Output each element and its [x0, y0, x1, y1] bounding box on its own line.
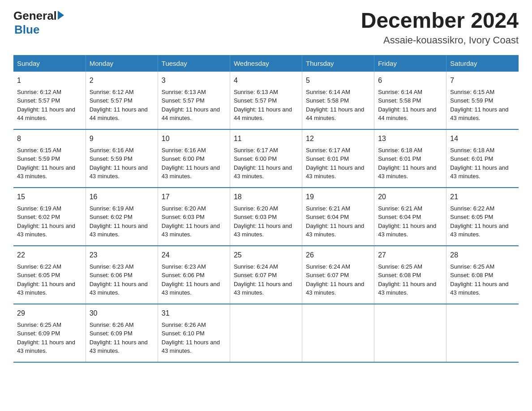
day-number: 19 — [306, 192, 370, 202]
calendar-day-cell: 7Sunrise: 6:15 AMSunset: 5:59 PMDaylight… — [446, 72, 519, 129]
calendar-day-cell: 2Sunrise: 6:12 AMSunset: 5:57 PMDaylight… — [86, 72, 158, 129]
calendar-day-cell: 28Sunrise: 6:25 AMSunset: 6:08 PMDayligh… — [446, 246, 519, 304]
day-info: Sunrise: 6:22 AMSunset: 6:05 PMDaylight:… — [17, 262, 82, 297]
day-info: Sunrise: 6:26 AMSunset: 6:10 PMDaylight:… — [162, 321, 226, 355]
logo-blue-text: Blue — [14, 23, 39, 36]
day-number: 31 — [162, 308, 226, 319]
day-number: 16 — [90, 192, 154, 202]
day-number: 24 — [162, 250, 226, 261]
day-info: Sunrise: 6:17 AMSunset: 6:01 PMDaylight:… — [306, 146, 370, 181]
day-number: 8 — [17, 133, 82, 144]
day-number: 30 — [90, 308, 154, 319]
day-info: Sunrise: 6:15 AMSunset: 5:59 PMDaylight:… — [17, 146, 82, 181]
day-info: Sunrise: 6:13 AMSunset: 5:57 PMDaylight:… — [162, 88, 226, 123]
day-info: Sunrise: 6:13 AMSunset: 5:57 PMDaylight:… — [234, 88, 298, 123]
calendar-day-cell — [374, 304, 446, 362]
day-number: 5 — [306, 75, 370, 86]
day-info: Sunrise: 6:18 AMSunset: 6:01 PMDaylight:… — [450, 146, 515, 181]
weekday-header-cell: Sunday — [13, 55, 86, 72]
day-number: 2 — [90, 75, 154, 86]
logo-arrow-icon — [58, 11, 64, 20]
day-number: 11 — [234, 133, 298, 144]
calendar-week-row: 15Sunrise: 6:19 AMSunset: 6:02 PMDayligh… — [13, 188, 519, 246]
calendar-day-cell: 18Sunrise: 6:20 AMSunset: 6:03 PMDayligh… — [230, 188, 302, 246]
calendar-week-row: 1Sunrise: 6:12 AMSunset: 5:57 PMDaylight… — [13, 72, 519, 129]
calendar-day-cell: 23Sunrise: 6:23 AMSunset: 6:06 PMDayligh… — [86, 246, 158, 304]
calendar-day-cell: 6Sunrise: 6:14 AMSunset: 5:58 PMDaylight… — [374, 72, 446, 129]
day-number: 18 — [234, 192, 298, 202]
title-block: December 2024 Assaie-kouassikro, Ivory C… — [361, 9, 519, 46]
logo: General Blue — [13, 9, 64, 37]
day-info: Sunrise: 6:19 AMSunset: 6:02 PMDaylight:… — [90, 204, 154, 239]
day-info: Sunrise: 6:17 AMSunset: 6:00 PMDaylight:… — [234, 146, 298, 181]
calendar-subtitle: Assaie-kouassikro, Ivory Coast — [361, 34, 519, 46]
day-info: Sunrise: 6:14 AMSunset: 5:58 PMDaylight:… — [378, 88, 442, 123]
day-number: 14 — [450, 133, 515, 144]
day-info: Sunrise: 6:18 AMSunset: 6:01 PMDaylight:… — [378, 146, 442, 181]
day-info: Sunrise: 6:22 AMSunset: 6:05 PMDaylight:… — [450, 204, 515, 239]
day-info: Sunrise: 6:20 AMSunset: 6:03 PMDaylight:… — [162, 204, 226, 239]
calendar-day-cell: 4Sunrise: 6:13 AMSunset: 5:57 PMDaylight… — [230, 72, 302, 129]
page-header: General Blue December 2024 Assaie-kouass… — [13, 9, 519, 46]
calendar-day-cell: 29Sunrise: 6:25 AMSunset: 6:09 PMDayligh… — [13, 304, 86, 362]
day-number: 21 — [450, 192, 515, 202]
weekday-header-cell: Saturday — [446, 55, 519, 72]
calendar-day-cell: 16Sunrise: 6:19 AMSunset: 6:02 PMDayligh… — [86, 188, 158, 246]
weekday-header-cell: Tuesday — [158, 55, 230, 72]
calendar-day-cell: 14Sunrise: 6:18 AMSunset: 6:01 PMDayligh… — [446, 129, 519, 188]
day-number: 10 — [162, 133, 226, 144]
day-info: Sunrise: 6:23 AMSunset: 6:06 PMDaylight:… — [162, 262, 226, 297]
day-info: Sunrise: 6:25 AMSunset: 6:08 PMDaylight:… — [378, 262, 442, 297]
day-number: 4 — [234, 75, 298, 86]
calendar-day-cell: 11Sunrise: 6:17 AMSunset: 6:00 PMDayligh… — [230, 129, 302, 188]
calendar-day-cell: 26Sunrise: 6:24 AMSunset: 6:07 PMDayligh… — [302, 246, 374, 304]
day-info: Sunrise: 6:21 AMSunset: 6:04 PMDaylight:… — [306, 204, 370, 239]
calendar-day-cell: 24Sunrise: 6:23 AMSunset: 6:06 PMDayligh… — [158, 246, 230, 304]
day-info: Sunrise: 6:15 AMSunset: 5:59 PMDaylight:… — [450, 88, 515, 123]
calendar-week-row: 22Sunrise: 6:22 AMSunset: 6:05 PMDayligh… — [13, 246, 519, 304]
calendar-day-cell: 3Sunrise: 6:13 AMSunset: 5:57 PMDaylight… — [158, 72, 230, 129]
day-number: 23 — [90, 250, 154, 261]
calendar-day-cell: 22Sunrise: 6:22 AMSunset: 6:05 PMDayligh… — [13, 246, 86, 304]
calendar-day-cell: 31Sunrise: 6:26 AMSunset: 6:10 PMDayligh… — [158, 304, 230, 362]
weekday-header-cell: Wednesday — [230, 55, 302, 72]
day-info: Sunrise: 6:24 AMSunset: 6:07 PMDaylight:… — [306, 262, 370, 297]
day-number: 26 — [306, 250, 370, 261]
calendar-day-cell: 5Sunrise: 6:14 AMSunset: 5:58 PMDaylight… — [302, 72, 374, 129]
day-number: 1 — [17, 75, 82, 86]
calendar-day-cell: 19Sunrise: 6:21 AMSunset: 6:04 PMDayligh… — [302, 188, 374, 246]
calendar-day-cell: 9Sunrise: 6:16 AMSunset: 5:59 PMDaylight… — [86, 129, 158, 188]
day-info: Sunrise: 6:12 AMSunset: 5:57 PMDaylight:… — [90, 88, 154, 123]
calendar-day-cell: 20Sunrise: 6:21 AMSunset: 6:04 PMDayligh… — [374, 188, 446, 246]
calendar-day-cell: 21Sunrise: 6:22 AMSunset: 6:05 PMDayligh… — [446, 188, 519, 246]
weekday-header-cell: Thursday — [302, 55, 374, 72]
calendar-day-cell: 15Sunrise: 6:19 AMSunset: 6:02 PMDayligh… — [13, 188, 86, 246]
calendar-week-row: 29Sunrise: 6:25 AMSunset: 6:09 PMDayligh… — [13, 304, 519, 362]
calendar-day-cell: 10Sunrise: 6:16 AMSunset: 6:00 PMDayligh… — [158, 129, 230, 188]
logo-general-text: General — [13, 9, 57, 23]
day-number: 9 — [90, 133, 154, 144]
day-info: Sunrise: 6:25 AMSunset: 6:08 PMDaylight:… — [450, 262, 515, 297]
weekday-header-cell: Monday — [86, 55, 158, 72]
day-info: Sunrise: 6:12 AMSunset: 5:57 PMDaylight:… — [17, 88, 82, 123]
day-info: Sunrise: 6:26 AMSunset: 6:09 PMDaylight:… — [90, 321, 154, 355]
day-number: 17 — [162, 192, 226, 202]
calendar-day-cell — [302, 304, 374, 362]
day-info: Sunrise: 6:20 AMSunset: 6:03 PMDaylight:… — [234, 204, 298, 239]
calendar-day-cell: 1Sunrise: 6:12 AMSunset: 5:57 PMDaylight… — [13, 72, 86, 129]
calendar-day-cell: 12Sunrise: 6:17 AMSunset: 6:01 PMDayligh… — [302, 129, 374, 188]
calendar-day-cell: 17Sunrise: 6:20 AMSunset: 6:03 PMDayligh… — [158, 188, 230, 246]
day-number: 3 — [162, 75, 226, 86]
day-number: 13 — [378, 133, 442, 144]
day-info: Sunrise: 6:14 AMSunset: 5:58 PMDaylight:… — [306, 88, 370, 123]
day-number: 22 — [17, 250, 82, 261]
calendar-day-cell: 8Sunrise: 6:15 AMSunset: 5:59 PMDaylight… — [13, 129, 86, 188]
calendar-day-cell: 27Sunrise: 6:25 AMSunset: 6:08 PMDayligh… — [374, 246, 446, 304]
calendar-body: 1Sunrise: 6:12 AMSunset: 5:57 PMDaylight… — [13, 72, 519, 362]
calendar-week-row: 8Sunrise: 6:15 AMSunset: 5:59 PMDaylight… — [13, 129, 519, 188]
day-info: Sunrise: 6:16 AMSunset: 6:00 PMDaylight:… — [162, 146, 226, 181]
weekday-header-cell: Friday — [374, 55, 446, 72]
calendar-table: SundayMondayTuesdayWednesdayThursdayFrid… — [13, 55, 519, 363]
day-info: Sunrise: 6:23 AMSunset: 6:06 PMDaylight:… — [90, 262, 154, 297]
calendar-day-cell — [446, 304, 519, 362]
